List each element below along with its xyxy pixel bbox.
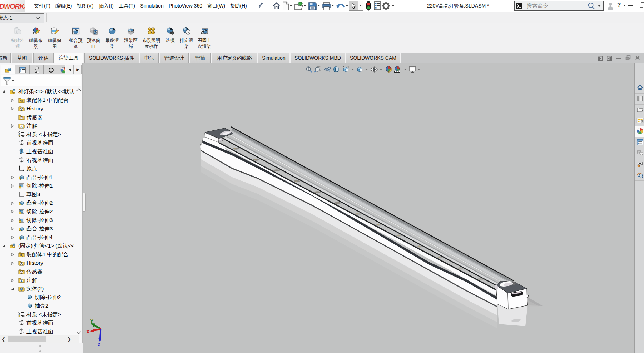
svg-text:Y: Y xyxy=(90,319,93,324)
svg-text:X: X xyxy=(86,329,89,335)
svg-text:Z: Z xyxy=(98,342,100,347)
svg-text:A: A xyxy=(20,279,23,283)
svg-text:A: A xyxy=(20,125,23,128)
